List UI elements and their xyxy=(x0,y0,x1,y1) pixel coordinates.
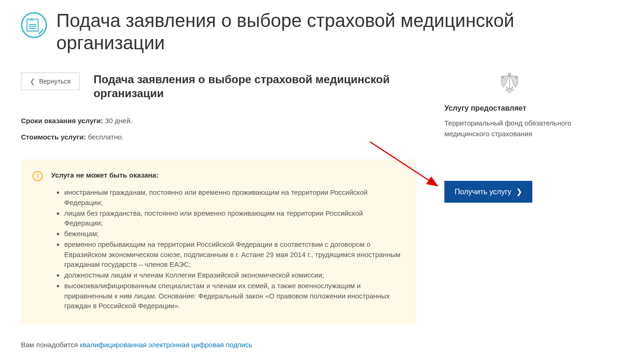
page-header: Подача заявления о выборе страховой меди… xyxy=(21,9,623,54)
svg-point-1 xyxy=(516,76,518,79)
warning-item: высококвалифицированным специалистам и ч… xyxy=(64,281,402,311)
chevron-right-icon: ❯ xyxy=(516,187,522,196)
warning-item: иностранным гражданам, постоянно или вре… xyxy=(64,187,402,208)
digital-signature-link[interactable]: квалифицированная электронная цифровая п… xyxy=(80,341,252,349)
page-title: Подача заявления о выборе страховой меди… xyxy=(56,9,623,54)
provider-name: Территориальный фонд обязательного медиц… xyxy=(444,118,575,139)
provider-label: Услугу предоставляет xyxy=(444,104,575,112)
signature-requirement: Вам понадобится квалифицированная электр… xyxy=(21,341,416,349)
get-service-button[interactable]: Получить услугу ❯ xyxy=(444,181,532,203)
coat-of-arms-icon xyxy=(498,73,521,95)
warning-item: лицам без гражданства, постоянно или вре… xyxy=(64,208,402,229)
cost-label: Стоимость услуги: xyxy=(21,133,86,141)
back-button[interactable]: ❮ Вернуться xyxy=(21,73,80,90)
duration-line: Сроки оказания услуги: 30 дней. xyxy=(21,117,416,125)
back-button-label: Вернуться xyxy=(39,78,71,85)
provider-block: Услугу предоставляет Территориальный фон… xyxy=(444,73,575,139)
footer-prefix: Вам понадобится xyxy=(21,341,80,349)
cta-label: Получить услугу xyxy=(455,188,511,196)
warning-list: иностранным гражданам, постоянно или вре… xyxy=(51,187,402,311)
warning-icon: ! xyxy=(33,171,43,181)
duration-label: Сроки оказания услуги: xyxy=(21,117,103,125)
warning-title: Услуга не может быть оказана: xyxy=(51,171,402,179)
cost-value: бесплатно. xyxy=(86,133,124,141)
chevron-left-icon: ❮ xyxy=(30,78,35,85)
service-oms-icon xyxy=(21,12,47,38)
warning-item: беженцам; xyxy=(64,229,402,239)
svg-point-0 xyxy=(502,76,504,79)
duration-value: 30 дней. xyxy=(103,117,133,125)
service-subtitle: Подача заявления о выборе страховой меди… xyxy=(94,73,416,100)
warning-item: временно пребывающим на территории Росси… xyxy=(64,239,402,270)
warning-item: должностным лицам и членам Коллегии Евра… xyxy=(64,270,402,280)
warning-box: ! Услуга не может быть оказана: иностран… xyxy=(21,159,416,324)
cost-line: Стоимость услуги: бесплатно. xyxy=(21,133,416,141)
svg-point-2 xyxy=(509,73,511,76)
